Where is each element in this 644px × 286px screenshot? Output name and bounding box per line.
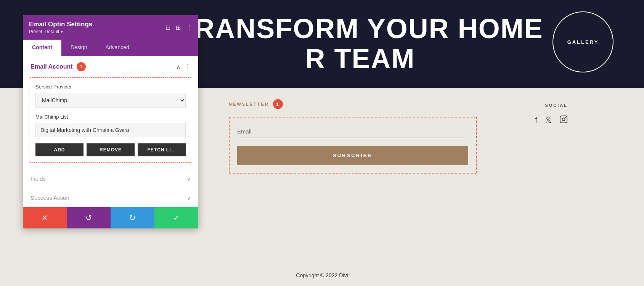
email-account-badge: 1	[77, 62, 86, 71]
gallery-circle: GALLERY	[552, 11, 613, 72]
svg-rect-0	[560, 116, 567, 123]
facebook-icon[interactable]: f	[535, 115, 537, 126]
fields-section[interactable]: Fields ∨	[23, 169, 198, 188]
settings-panel: Email Optin Settings Preset: Default ▾ ⊡…	[23, 15, 198, 228]
panel-preset[interactable]: Preset: Default ▾	[29, 29, 92, 34]
panel-tabs: Content Design Advanced	[23, 40, 198, 56]
save-button[interactable]: ✓	[154, 207, 198, 228]
twitter-icon[interactable]: 𝕏	[545, 115, 552, 126]
success-chevron-icon: ∨	[187, 195, 191, 201]
action-bar: ✕ ↺ ↻ ✓	[23, 207, 198, 228]
redo-button[interactable]: ↻	[111, 207, 154, 228]
social-icons: f 𝕏	[535, 115, 568, 126]
svg-point-1	[562, 118, 565, 121]
section-header-icons: ∧ ⋮	[176, 63, 191, 71]
newsletter-label: NEWSLETTER 1	[229, 99, 477, 109]
newsletter-left: NEWSLETTER 1 SUBSCRIBE	[229, 99, 477, 174]
success-action-title: Success Action	[31, 194, 69, 201]
undo-button[interactable]: ↺	[67, 207, 111, 228]
email-account-content: Service Provider MailChimp MailChimp Lis…	[29, 77, 192, 163]
email-account-title: Email Account	[31, 63, 73, 70]
social-section: SOCIAL f 𝕏	[535, 99, 568, 126]
newsletter-badge: 1	[273, 99, 283, 109]
cancel-button[interactable]: ✕	[23, 207, 67, 228]
fields-title: Fields	[31, 175, 46, 182]
panel-title-group: Email Optin Settings Preset: Default ▾	[29, 21, 92, 34]
mailchimp-list-label: MailChimp List	[35, 114, 186, 120]
collapse-icon[interactable]: ∧	[176, 63, 181, 71]
section-more-icon[interactable]: ⋮	[185, 63, 191, 71]
panel-header: Email Optin Settings Preset: Default ▾ ⊡…	[23, 15, 198, 40]
tab-content[interactable]: Content	[23, 40, 61, 56]
svg-point-2	[565, 117, 566, 118]
service-provider-label: Service Provider	[35, 84, 186, 90]
tab-advanced[interactable]: Advanced	[96, 40, 138, 56]
split-icon[interactable]: ⊞	[176, 24, 181, 31]
mailchimp-list-value: Digital Marketing with Christina Gwira	[35, 123, 186, 137]
add-button[interactable]: ADD	[35, 143, 84, 156]
success-action-section[interactable]: Success Action ∨	[23, 188, 198, 207]
panel-title: Email Optin Settings	[29, 21, 92, 28]
service-provider-select[interactable]: MailChimp	[35, 93, 186, 108]
fields-chevron-icon: ∨	[187, 176, 191, 182]
tab-design[interactable]: Design	[61, 40, 96, 56]
remove-button[interactable]: REMOVE	[87, 143, 135, 156]
email-account-section-header: Email Account 1 ∧ ⋮	[23, 56, 198, 77]
fetch-button[interactable]: FETCH LI...	[138, 143, 186, 156]
subscribe-button[interactable]: SUBSCRIBE	[237, 146, 468, 165]
more-icon[interactable]: ⋮	[186, 24, 192, 31]
action-buttons: ADD REMOVE FETCH LI...	[35, 143, 186, 156]
section-title-group: Email Account 1	[31, 62, 86, 71]
focus-icon[interactable]: ⊡	[165, 24, 170, 31]
copyright: Copyright © 2022 Divi	[0, 265, 644, 286]
instagram-icon[interactable]	[559, 115, 568, 126]
panel-header-icons: ⊡ ⊞ ⋮	[165, 24, 192, 31]
social-label: SOCIAL	[545, 103, 568, 108]
newsletter-form: SUBSCRIBE	[229, 117, 477, 174]
email-input[interactable]	[237, 125, 468, 138]
panel-body: Email Account 1 ∧ ⋮ Service Provider Mai…	[23, 56, 198, 207]
hero-text: TRANSFORM YOUR HOME R TEAM	[177, 14, 543, 74]
